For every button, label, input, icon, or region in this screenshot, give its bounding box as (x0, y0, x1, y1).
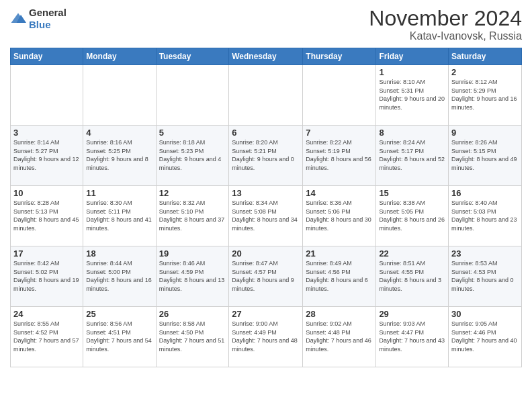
calendar-cell-w3-d0: 17Sunrise: 8:42 AM Sunset: 5:02 PM Dayli… (11, 246, 83, 307)
day-number: 28 (306, 309, 373, 319)
calendar-cell-w1-d6: 9Sunrise: 8:26 AM Sunset: 5:15 PM Daylig… (449, 126, 522, 186)
week-row-3: 17Sunrise: 8:42 AM Sunset: 5:02 PM Dayli… (11, 246, 522, 307)
day-number: 25 (86, 309, 152, 319)
day-number: 20 (232, 248, 300, 259)
location-title: Katav-Ivanovsk, Russia (369, 30, 522, 42)
day-number: 13 (232, 188, 300, 198)
day-info: Sunrise: 8:12 AM Sunset: 5:29 PM Dayligh… (451, 78, 519, 111)
day-number: 9 (451, 128, 519, 138)
day-number: 2 (451, 67, 519, 77)
calendar-cell-w0-d0 (11, 65, 83, 126)
calendar-cell-w0-d1 (83, 65, 156, 126)
day-info: Sunrise: 8:16 AM Sunset: 5:25 PM Dayligh… (86, 138, 152, 172)
day-info: Sunrise: 8:47 AM Sunset: 4:57 PM Dayligh… (232, 259, 300, 293)
calendar-cell-w3-d6: 23Sunrise: 8:53 AM Sunset: 4:53 PM Dayli… (449, 246, 522, 307)
day-number: 24 (13, 309, 80, 319)
calendar-cell-w0-d6: 2Sunrise: 8:12 AM Sunset: 5:29 PM Daylig… (449, 65, 522, 126)
calendar-cell-w0-d2 (156, 65, 229, 126)
day-info: Sunrise: 8:10 AM Sunset: 5:31 PM Dayligh… (379, 78, 445, 111)
day-number: 8 (379, 128, 445, 138)
calendar-cell-w4-d4: 28Sunrise: 9:02 AM Sunset: 4:48 PM Dayli… (303, 307, 376, 367)
day-info: Sunrise: 8:14 AM Sunset: 5:27 PM Dayligh… (13, 138, 80, 172)
header-saturday: Saturday (449, 48, 522, 65)
calendar-cell-w1-d1: 4Sunrise: 8:16 AM Sunset: 5:25 PM Daylig… (83, 126, 156, 186)
day-number: 30 (451, 309, 519, 319)
day-info: Sunrise: 9:00 AM Sunset: 4:49 PM Dayligh… (232, 320, 300, 353)
day-number: 10 (13, 188, 80, 198)
calendar-cell-w0-d5: 1Sunrise: 8:10 AM Sunset: 5:31 PM Daylig… (376, 65, 449, 126)
calendar-cell-w2-d4: 14Sunrise: 8:36 AM Sunset: 5:06 PM Dayli… (303, 186, 376, 246)
header-friday: Friday (376, 48, 449, 65)
day-number: 21 (306, 248, 373, 259)
page-container: General Blue November 2024 Katav-Ivanovs… (0, 0, 532, 374)
calendar-cell-w1-d3: 6Sunrise: 8:20 AM Sunset: 5:21 PM Daylig… (229, 126, 303, 186)
day-number: 5 (159, 128, 226, 138)
calendar-cell-w4-d5: 29Sunrise: 9:03 AM Sunset: 4:47 PM Dayli… (376, 307, 449, 367)
day-info: Sunrise: 8:40 AM Sunset: 5:03 PM Dayligh… (451, 199, 519, 232)
calendar-cell-w2-d2: 12Sunrise: 8:32 AM Sunset: 5:10 PM Dayli… (156, 186, 229, 246)
day-number: 4 (86, 128, 152, 138)
month-title: November 2024 (369, 7, 522, 30)
calendar-cell-w2-d5: 15Sunrise: 8:38 AM Sunset: 5:05 PM Dayli… (376, 186, 449, 246)
day-info: Sunrise: 9:05 AM Sunset: 4:46 PM Dayligh… (451, 320, 519, 353)
header-tuesday: Tuesday (156, 48, 229, 65)
day-info: Sunrise: 8:42 AM Sunset: 5:02 PM Dayligh… (13, 259, 80, 293)
day-info: Sunrise: 8:46 AM Sunset: 4:59 PM Dayligh… (159, 259, 226, 293)
calendar-cell-w2-d6: 16Sunrise: 8:40 AM Sunset: 5:03 PM Dayli… (449, 186, 522, 246)
title-area: November 2024 Katav-Ivanovsk, Russia (369, 7, 522, 42)
day-info: Sunrise: 8:38 AM Sunset: 5:05 PM Dayligh… (379, 199, 445, 232)
calendar-cell-w3-d3: 20Sunrise: 8:47 AM Sunset: 4:57 PM Dayli… (229, 246, 303, 307)
day-number: 3 (13, 128, 80, 138)
day-info: Sunrise: 8:26 AM Sunset: 5:15 PM Dayligh… (451, 138, 519, 172)
day-info: Sunrise: 8:22 AM Sunset: 5:19 PM Dayligh… (306, 138, 373, 172)
day-info: Sunrise: 8:44 AM Sunset: 5:00 PM Dayligh… (86, 259, 152, 293)
day-info: Sunrise: 8:58 AM Sunset: 4:50 PM Dayligh… (159, 320, 226, 353)
day-number: 29 (379, 309, 445, 319)
day-info: Sunrise: 9:03 AM Sunset: 4:47 PM Dayligh… (379, 320, 445, 353)
day-info: Sunrise: 8:53 AM Sunset: 4:53 PM Dayligh… (451, 259, 519, 293)
calendar-cell-w4-d0: 24Sunrise: 8:55 AM Sunset: 4:52 PM Dayli… (11, 307, 83, 367)
day-info: Sunrise: 8:20 AM Sunset: 5:21 PM Dayligh… (232, 138, 300, 172)
logo-text: General Blue (29, 7, 66, 31)
day-number: 16 (451, 188, 519, 198)
day-info: Sunrise: 8:55 AM Sunset: 4:52 PM Dayligh… (13, 320, 80, 353)
day-number: 19 (159, 248, 226, 259)
day-number: 27 (232, 309, 300, 319)
calendar-cell-w4-d6: 30Sunrise: 9:05 AM Sunset: 4:46 PM Dayli… (449, 307, 522, 367)
calendar-cell-w4-d1: 25Sunrise: 8:56 AM Sunset: 4:51 PM Dayli… (83, 307, 156, 367)
day-info: Sunrise: 8:56 AM Sunset: 4:51 PM Dayligh… (86, 320, 152, 353)
week-row-2: 10Sunrise: 8:28 AM Sunset: 5:13 PM Dayli… (11, 186, 522, 246)
calendar-cell-w3-d5: 22Sunrise: 8:51 AM Sunset: 4:55 PM Dayli… (376, 246, 449, 307)
logo-blue: Blue (29, 19, 51, 30)
calendar-cell-w2-d0: 10Sunrise: 8:28 AM Sunset: 5:13 PM Dayli… (11, 186, 83, 246)
calendar: Sunday Monday Tuesday Wednesday Thursday… (10, 48, 522, 367)
calendar-cell-w3-d1: 18Sunrise: 8:44 AM Sunset: 5:00 PM Dayli… (83, 246, 156, 307)
day-info: Sunrise: 8:49 AM Sunset: 4:56 PM Dayligh… (306, 259, 373, 293)
day-number: 17 (13, 248, 80, 259)
header-thursday: Thursday (303, 48, 376, 65)
calendar-cell-w1-d4: 7Sunrise: 8:22 AM Sunset: 5:19 PM Daylig… (303, 126, 376, 186)
weekday-header-row: Sunday Monday Tuesday Wednesday Thursday… (11, 48, 522, 65)
calendar-cell-w4-d3: 27Sunrise: 9:00 AM Sunset: 4:49 PM Dayli… (229, 307, 303, 367)
logo-icon (10, 12, 26, 26)
calendar-cell-w2-d1: 11Sunrise: 8:30 AM Sunset: 5:11 PM Dayli… (83, 186, 156, 246)
logo: General Blue (10, 7, 66, 31)
calendar-cell-w3-d4: 21Sunrise: 8:49 AM Sunset: 4:56 PM Dayli… (303, 246, 376, 307)
week-row-1: 3Sunrise: 8:14 AM Sunset: 5:27 PM Daylig… (11, 126, 522, 186)
calendar-cell-w1-d5: 8Sunrise: 8:24 AM Sunset: 5:17 PM Daylig… (376, 126, 449, 186)
day-info: Sunrise: 8:28 AM Sunset: 5:13 PM Dayligh… (13, 199, 80, 232)
calendar-cell-w1-d0: 3Sunrise: 8:14 AM Sunset: 5:27 PM Daylig… (11, 126, 83, 186)
header-wednesday: Wednesday (229, 48, 303, 65)
day-info: Sunrise: 8:36 AM Sunset: 5:06 PM Dayligh… (306, 199, 373, 232)
day-info: Sunrise: 8:24 AM Sunset: 5:17 PM Dayligh… (379, 138, 445, 172)
header-monday: Monday (83, 48, 156, 65)
calendar-cell-w4-d2: 26Sunrise: 8:58 AM Sunset: 4:50 PM Dayli… (156, 307, 229, 367)
header-sunday: Sunday (11, 48, 83, 65)
logo-general: General (29, 7, 66, 18)
week-row-0: 1Sunrise: 8:10 AM Sunset: 5:31 PM Daylig… (11, 65, 522, 126)
calendar-cell-w2-d3: 13Sunrise: 8:34 AM Sunset: 5:08 PM Dayli… (229, 186, 303, 246)
day-info: Sunrise: 8:32 AM Sunset: 5:10 PM Dayligh… (159, 199, 226, 232)
day-number: 6 (232, 128, 300, 138)
day-info: Sunrise: 9:02 AM Sunset: 4:48 PM Dayligh… (306, 320, 373, 353)
day-number: 22 (379, 248, 445, 259)
